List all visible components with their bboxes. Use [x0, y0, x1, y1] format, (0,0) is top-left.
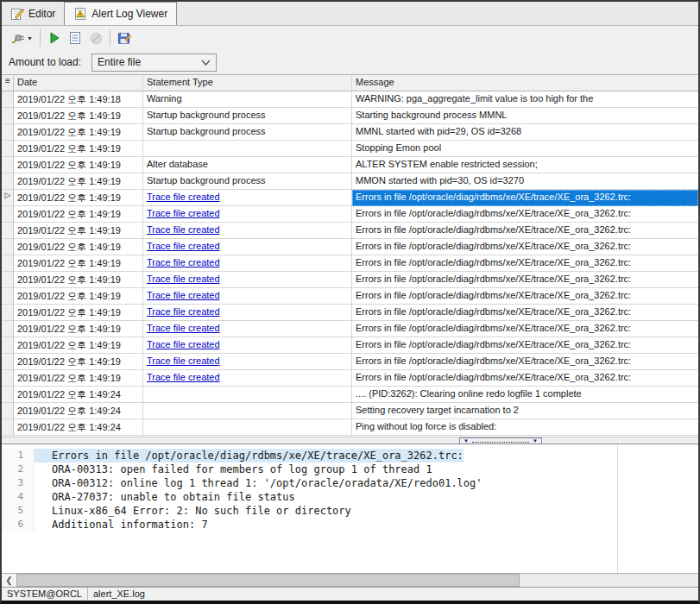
code-line[interactable]: 1 Errors in file /opt/oracle/diag/rdbms/… [2, 449, 698, 462]
date-cell[interactable]: 2019/01/22 오후 1:49:19 [14, 354, 143, 370]
table-row[interactable]: 2019/01/22 오후 1:49:19 Trace file created… [2, 337, 698, 354]
row-selector-cell[interactable] [2, 288, 14, 305]
date-cell[interactable]: 2019/01/22 오후 1:49:19 [14, 223, 143, 239]
tab-alert-log-viewer[interactable]: Alert Log Viewer [64, 2, 177, 25]
message-cell[interactable]: Errors in file /opt/oracle/diag/rdbms/xe… [352, 206, 698, 223]
trace-file-link[interactable]: Trace file created [147, 323, 220, 333]
statement-type-cell[interactable]: Trace file created [143, 272, 352, 288]
table-row[interactable]: 2019/01/22 오후 1:49:19 Trace file created… [2, 239, 698, 255]
row-selector-cell[interactable] [2, 419, 14, 436]
table-row[interactable]: 2019/01/22 오후 1:49:19 Trace file created… [2, 305, 698, 321]
table-row[interactable]: 2019/01/22 오후 1:49:19 Alter database ALT… [2, 157, 698, 173]
refresh-button[interactable] [44, 28, 65, 47]
row-selector-cell[interactable] [2, 141, 14, 157]
code-line[interactable]: 2 ORA-00313: open failed for members of … [2, 462, 698, 476]
code-line[interactable]: 5 Linux-x86_64 Error: 2: No such file or… [2, 504, 698, 518]
message-cell[interactable]: Errors in file /opt/oracle/diag/rdbms/xe… [352, 190, 698, 206]
scroll-left-arrow-icon[interactable]: ❮ [2, 574, 16, 587]
statement-type-cell[interactable]: Trace file created [143, 370, 352, 387]
trace-file-link[interactable]: Trace file created [147, 241, 220, 251]
statement-type-cell[interactable]: Trace file created [143, 288, 352, 305]
statement-type-cell[interactable] [143, 387, 352, 403]
message-cell[interactable]: Errors in file /opt/oracle/diag/rdbms/xe… [352, 288, 698, 305]
row-selector-cell[interactable] [2, 255, 14, 272]
statement-type-cell[interactable] [143, 403, 352, 419]
message-cell[interactable]: Ping without log force is disabled: [352, 419, 698, 436]
trace-file-link[interactable]: Trace file created [147, 339, 220, 349]
column-header-message[interactable]: Message [352, 75, 698, 91]
code-line[interactable]: 6 Additional information: 7 [2, 518, 698, 532]
row-selector-cell[interactable] [2, 354, 14, 370]
table-row[interactable]: ▷ 2019/01/22 오후 1:49:19 Trace file creat… [2, 190, 698, 206]
message-cell[interactable]: Stopping Emon pool [352, 141, 698, 157]
message-cell[interactable]: Errors in file /opt/oracle/diag/rdbms/xe… [352, 305, 698, 321]
date-cell[interactable]: 2019/01/22 오후 1:49:19 [14, 124, 143, 141]
save-button[interactable] [114, 28, 135, 47]
table-row[interactable]: 2019/01/22 오후 1:49:24 Ping without log f… [2, 419, 698, 436]
row-selector-cell[interactable]: ▷ [2, 190, 14, 206]
date-cell[interactable]: 2019/01/22 오후 1:49:18 [14, 91, 143, 108]
row-selector-cell[interactable] [2, 403, 14, 419]
row-selector-cell[interactable] [2, 157, 14, 173]
row-selector-cell[interactable] [2, 124, 14, 141]
statement-type-cell[interactable]: Startup background process [143, 124, 352, 141]
date-cell[interactable]: 2019/01/22 오후 1:49:19 [14, 305, 143, 321]
statement-type-cell[interactable]: Trace file created [143, 354, 352, 370]
row-selector-cell[interactable] [2, 305, 14, 321]
table-row[interactable]: 2019/01/22 오후 1:49:19 Trace file created… [2, 255, 698, 272]
date-cell[interactable]: 2019/01/22 오후 1:49:19 [14, 108, 143, 124]
trace-detail-panel[interactable]: 1 Errors in file /opt/oracle/diag/rdbms/… [2, 444, 698, 573]
statement-type-cell[interactable]: Trace file created [143, 337, 352, 354]
statement-type-cell[interactable]: Startup background process [143, 173, 352, 190]
table-row[interactable]: 2019/01/22 오후 1:49:24 .... (PID:3262): C… [2, 387, 698, 403]
date-cell[interactable]: 2019/01/22 오후 1:49:19 [14, 173, 143, 190]
row-selector-cell[interactable] [2, 387, 14, 403]
row-selector-cell[interactable] [2, 206, 14, 223]
trace-file-link[interactable]: Trace file created [147, 306, 220, 317]
message-cell[interactable]: Setting recovery target incarnation to 2 [352, 403, 698, 419]
date-cell[interactable]: 2019/01/22 오후 1:49:19 [14, 321, 143, 337]
statement-type-cell[interactable]: Trace file created [143, 190, 352, 206]
message-cell[interactable]: WARNING: pga_aggregate_limit value is to… [352, 91, 698, 108]
horizontal-scrollbar[interactable]: ❮ [2, 573, 698, 587]
date-cell[interactable]: 2019/01/22 오후 1:49:19 [14, 288, 143, 305]
table-row[interactable]: 2019/01/22 오후 1:49:19 Startup background… [2, 124, 698, 141]
splitter-handle[interactable]: ▼ ▼ [459, 437, 542, 444]
trace-file-link[interactable]: Trace file created [147, 257, 220, 267]
table-row[interactable]: 2019/01/22 오후 1:49:18 Warning WARNING: p… [2, 91, 698, 108]
connection-selector-button[interactable]: ▾ [7, 28, 36, 47]
statement-type-cell[interactable]: Trace file created [143, 321, 352, 337]
message-cell[interactable]: Errors in file /opt/oracle/diag/rdbms/xe… [352, 272, 698, 288]
message-cell[interactable]: Errors in file /opt/oracle/diag/rdbms/xe… [352, 255, 698, 272]
row-selector-cell[interactable] [2, 91, 14, 108]
view-log-button[interactable] [65, 28, 85, 47]
message-cell[interactable]: Errors in file /opt/oracle/diag/rdbms/xe… [352, 337, 698, 354]
date-cell[interactable]: 2019/01/22 오후 1:49:24 [14, 419, 143, 436]
list-icon[interactable]: ≡ [2, 75, 14, 91]
date-cell[interactable]: 2019/01/22 오후 1:49:19 [14, 157, 143, 173]
date-cell[interactable]: 2019/01/22 오후 1:49:19 [14, 272, 143, 288]
message-cell[interactable]: Errors in file /opt/oracle/diag/rdbms/xe… [352, 354, 698, 370]
date-cell[interactable]: 2019/01/22 오후 1:49:24 [14, 403, 143, 419]
date-cell[interactable]: 2019/01/22 오후 1:49:19 [14, 255, 143, 272]
statement-type-cell[interactable]: Warning [143, 91, 352, 108]
scrollbar-thumb[interactable] [16, 574, 520, 587]
column-header-date[interactable]: Date [14, 75, 143, 91]
row-selector-cell[interactable] [2, 108, 14, 124]
message-cell[interactable]: .... (PID:3262): Clearing online redo lo… [352, 387, 698, 403]
row-selector-cell[interactable] [2, 223, 14, 239]
row-selector-cell[interactable] [2, 370, 14, 387]
row-selector-cell[interactable] [2, 239, 14, 255]
trace-file-link[interactable]: Trace file created [147, 290, 220, 300]
statement-type-cell[interactable]: Trace file created [143, 206, 352, 223]
date-cell[interactable]: 2019/01/22 오후 1:49:19 [14, 190, 143, 206]
date-cell[interactable]: 2019/01/22 오후 1:49:19 [14, 239, 143, 255]
row-selector-cell[interactable] [2, 337, 14, 354]
code-line[interactable]: 3 ORA-00312: online log 1 thread 1: '/op… [2, 476, 698, 490]
table-row[interactable]: 2019/01/22 오후 1:49:24 Setting recovery t… [2, 403, 698, 419]
table-row[interactable]: 2019/01/22 오후 1:49:19 Trace file created… [2, 354, 698, 370]
table-row[interactable]: 2019/01/22 오후 1:49:19 Trace file created… [2, 223, 698, 239]
date-cell[interactable]: 2019/01/22 오후 1:49:24 [14, 387, 143, 403]
date-cell[interactable]: 2019/01/22 오후 1:49:19 [14, 206, 143, 223]
column-header-statement-type[interactable]: Statement Type [143, 75, 352, 91]
